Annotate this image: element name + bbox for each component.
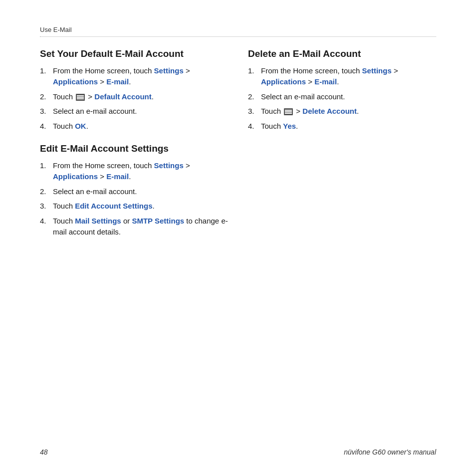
- delete-account-steps: 1. From the Home screen, touch Settings …: [248, 65, 436, 132]
- step-number: 3.: [40, 201, 53, 212]
- list-item: 1. From the Home screen, touch Settings …: [40, 160, 228, 183]
- applications-link-3[interactable]: Applications: [261, 77, 306, 86]
- list-item: 3. Touch Edit Account Settings.: [40, 201, 228, 212]
- step-number: 4.: [248, 121, 261, 132]
- page-header: Use E-Mail: [40, 25, 436, 37]
- step-content: From the Home screen, touch Settings > A…: [261, 65, 436, 88]
- section-edit-account: Edit E-Mail Account Settings 1. From the…: [40, 143, 228, 238]
- settings-link-3[interactable]: Settings: [362, 66, 392, 75]
- step-number: 4.: [40, 121, 53, 132]
- step-content: Select an e-mail account.: [261, 91, 436, 103]
- step-content: Touch > Delete Account.: [261, 106, 436, 117]
- email-link-3[interactable]: E-mail: [314, 77, 337, 86]
- edit-account-steps: 1. From the Home screen, touch Settings …: [40, 160, 228, 238]
- step-content: From the Home screen, touch Settings > A…: [53, 160, 228, 183]
- step-content: Touch Mail Settings or SMTP Settings to …: [53, 216, 228, 238]
- default-account-link[interactable]: Default Account: [94, 92, 151, 101]
- step-number: 2.: [40, 186, 53, 198]
- page-footer: 48 nüvifone G60 owner's manual: [40, 443, 436, 456]
- delete-account-link[interactable]: Delete Account: [302, 107, 357, 115]
- step-content: Touch Edit Account Settings.: [53, 201, 228, 212]
- list-item: 2. Touch > Default Account.: [40, 91, 228, 103]
- step-number: 2.: [248, 91, 261, 103]
- page-container: Use E-Mail Set Your Default E-Mail Accou…: [0, 0, 476, 476]
- yes-link[interactable]: Yes: [283, 122, 296, 130]
- left-column: Set Your Default E-Mail Account 1. From …: [40, 48, 228, 443]
- list-item: 3. Select an e-mail account.: [40, 106, 228, 117]
- list-item: 4. Touch Mail Settings or SMTP Settings …: [40, 216, 228, 238]
- header-label: Use E-Mail: [40, 26, 72, 33]
- mail-settings-link[interactable]: Mail Settings: [75, 217, 121, 225]
- list-item: 3. Touch > Delete Account.: [248, 106, 436, 117]
- smtp-settings-link[interactable]: SMTP Settings: [132, 217, 184, 225]
- edit-account-settings-link[interactable]: Edit Account Settings: [75, 202, 152, 210]
- email-link-1[interactable]: E-mail: [106, 77, 129, 86]
- section-set-default: Set Your Default E-Mail Account 1. From …: [40, 48, 228, 132]
- section-set-default-title: Set Your Default E-Mail Account: [40, 48, 228, 60]
- step-number: 1.: [40, 160, 53, 172]
- email-link-2[interactable]: E-mail: [106, 172, 129, 181]
- section-delete-account: Delete an E-Mail Account 1. From the Hom…: [248, 48, 436, 132]
- step-content: From the Home screen, touch Settings > A…: [53, 65, 228, 88]
- ok-link[interactable]: OK: [75, 122, 86, 130]
- list-item: 2. Select an e-mail account.: [248, 91, 436, 103]
- set-default-steps: 1. From the Home screen, touch Settings …: [40, 65, 228, 132]
- step-content: Select an e-mail account.: [53, 186, 228, 198]
- settings-link-2[interactable]: Settings: [154, 161, 184, 170]
- list-item: 1. From the Home screen, touch Settings …: [248, 65, 436, 88]
- step-number: 3.: [248, 106, 261, 117]
- step-number: 3.: [40, 106, 53, 117]
- step-number: 1.: [40, 65, 53, 77]
- step-content: Select an e-mail account.: [53, 106, 228, 117]
- manual-title: nüvifone G60 owner's manual: [344, 448, 436, 456]
- step-content: Touch > Default Account.: [53, 91, 228, 103]
- step-number: 1.: [248, 65, 261, 77]
- page-number: 48: [40, 448, 48, 456]
- step-number: 4.: [40, 216, 53, 227]
- step-content: Touch Yes.: [261, 121, 436, 132]
- list-item: 2. Select an e-mail account.: [40, 186, 228, 198]
- applications-link-1[interactable]: Applications: [53, 77, 98, 86]
- step-content: Touch OK.: [53, 121, 228, 132]
- applications-link-2[interactable]: Applications: [53, 172, 98, 181]
- menu-icon: [76, 94, 85, 101]
- step-number: 2.: [40, 91, 53, 103]
- right-column: Delete an E-Mail Account 1. From the Hom…: [248, 48, 436, 443]
- section-edit-account-title: Edit E-Mail Account Settings: [40, 143, 228, 155]
- content-area: Set Your Default E-Mail Account 1. From …: [40, 48, 436, 443]
- section-delete-account-title: Delete an E-Mail Account: [248, 48, 436, 60]
- list-item: 1. From the Home screen, touch Settings …: [40, 65, 228, 88]
- menu-icon: [284, 108, 293, 115]
- list-item: 4. Touch Yes.: [248, 121, 436, 132]
- settings-link-1[interactable]: Settings: [154, 66, 184, 75]
- list-item: 4. Touch OK.: [40, 121, 228, 132]
